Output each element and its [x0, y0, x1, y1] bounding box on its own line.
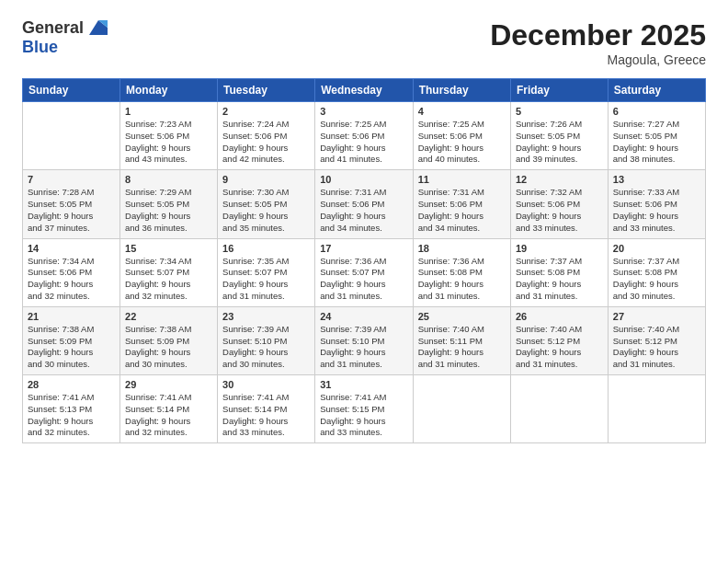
day-number: 6: [613, 106, 700, 117]
table-row: 18Sunrise: 7:36 AM Sunset: 5:08 PM Dayli…: [413, 238, 510, 306]
day-info: Sunrise: 7:25 AM Sunset: 5:06 PM Dayligh…: [418, 119, 506, 166]
day-info: Sunrise: 7:41 AM Sunset: 5:14 PM Dayligh…: [125, 392, 212, 439]
day-info: Sunrise: 7:41 AM Sunset: 5:14 PM Dayligh…: [222, 392, 310, 439]
day-number: 22: [125, 311, 212, 322]
table-row: 19Sunrise: 7:37 AM Sunset: 5:08 PM Dayli…: [510, 238, 608, 306]
table-row: 5Sunrise: 7:26 AM Sunset: 5:05 PM Daylig…: [510, 102, 608, 170]
calendar-week-row: 21Sunrise: 7:38 AM Sunset: 5:09 PM Dayli…: [23, 306, 706, 374]
table-row: [510, 375, 608, 443]
table-row: 16Sunrise: 7:35 AM Sunset: 5:07 PM Dayli…: [218, 238, 315, 306]
day-number: 19: [516, 243, 603, 254]
day-info: Sunrise: 7:24 AM Sunset: 5:06 PM Dayligh…: [222, 119, 310, 166]
day-info: Sunrise: 7:41 AM Sunset: 5:13 PM Dayligh…: [28, 392, 115, 439]
table-row: 2Sunrise: 7:24 AM Sunset: 5:06 PM Daylig…: [218, 102, 315, 170]
table-row: 26Sunrise: 7:40 AM Sunset: 5:12 PM Dayli…: [510, 306, 608, 374]
day-info: Sunrise: 7:37 AM Sunset: 5:08 PM Dayligh…: [613, 256, 700, 303]
day-number: 28: [28, 379, 115, 390]
location: Magoula, Greece: [490, 52, 706, 67]
table-row: 11Sunrise: 7:31 AM Sunset: 5:06 PM Dayli…: [413, 170, 510, 238]
day-number: 18: [418, 243, 506, 254]
table-row: 20Sunrise: 7:37 AM Sunset: 5:08 PM Dayli…: [608, 238, 705, 306]
day-info: Sunrise: 7:34 AM Sunset: 5:07 PM Dayligh…: [125, 256, 212, 303]
table-row: 24Sunrise: 7:39 AM Sunset: 5:10 PM Dayli…: [315, 306, 413, 374]
day-info: Sunrise: 7:35 AM Sunset: 5:07 PM Dayligh…: [222, 256, 310, 303]
day-number: 15: [125, 243, 212, 254]
table-row: 3Sunrise: 7:25 AM Sunset: 5:06 PM Daylig…: [315, 102, 413, 170]
table-row: 1Sunrise: 7:23 AM Sunset: 5:06 PM Daylig…: [120, 102, 218, 170]
day-info: Sunrise: 7:40 AM Sunset: 5:12 PM Dayligh…: [516, 324, 603, 371]
table-row: 25Sunrise: 7:40 AM Sunset: 5:11 PM Dayli…: [413, 306, 510, 374]
day-info: Sunrise: 7:40 AM Sunset: 5:12 PM Dayligh…: [613, 324, 700, 371]
day-number: 2: [222, 106, 310, 117]
day-info: Sunrise: 7:37 AM Sunset: 5:08 PM Dayligh…: [516, 256, 603, 303]
calendar-week-row: 14Sunrise: 7:34 AM Sunset: 5:06 PM Dayli…: [23, 238, 706, 306]
day-info: Sunrise: 7:34 AM Sunset: 5:06 PM Dayligh…: [28, 256, 115, 303]
day-number: 14: [28, 243, 115, 254]
table-row: 4Sunrise: 7:25 AM Sunset: 5:06 PM Daylig…: [413, 102, 510, 170]
day-number: 29: [125, 379, 212, 390]
day-number: 27: [613, 311, 700, 322]
table-row: 12Sunrise: 7:32 AM Sunset: 5:06 PM Dayli…: [510, 170, 608, 238]
col-thursday: Thursday: [413, 79, 510, 102]
table-row: 7Sunrise: 7:28 AM Sunset: 5:05 PM Daylig…: [23, 170, 120, 238]
day-number: 10: [320, 174, 407, 185]
day-number: 11: [418, 174, 506, 185]
day-number: 7: [28, 174, 115, 185]
table-row: [413, 375, 510, 443]
logo-icon: [85, 17, 108, 39]
table-row: 21Sunrise: 7:38 AM Sunset: 5:09 PM Dayli…: [23, 306, 120, 374]
day-info: Sunrise: 7:40 AM Sunset: 5:11 PM Dayligh…: [418, 324, 506, 371]
table-row: 23Sunrise: 7:39 AM Sunset: 5:10 PM Dayli…: [218, 306, 315, 374]
day-info: Sunrise: 7:36 AM Sunset: 5:07 PM Dayligh…: [320, 256, 407, 303]
col-sunday: Sunday: [23, 79, 120, 102]
day-number: 9: [222, 174, 310, 185]
day-number: 3: [320, 106, 407, 117]
day-info: Sunrise: 7:27 AM Sunset: 5:05 PM Dayligh…: [613, 119, 700, 166]
day-info: Sunrise: 7:31 AM Sunset: 5:06 PM Dayligh…: [418, 187, 506, 234]
table-row: 31Sunrise: 7:41 AM Sunset: 5:15 PM Dayli…: [315, 375, 413, 443]
day-info: Sunrise: 7:29 AM Sunset: 5:05 PM Dayligh…: [125, 187, 212, 234]
day-number: 30: [222, 379, 310, 390]
day-number: 5: [516, 106, 603, 117]
day-number: 1: [125, 106, 212, 117]
day-number: 8: [125, 174, 212, 185]
table-row: 8Sunrise: 7:29 AM Sunset: 5:05 PM Daylig…: [120, 170, 218, 238]
day-number: 26: [516, 311, 603, 322]
table-row: 22Sunrise: 7:38 AM Sunset: 5:09 PM Dayli…: [120, 306, 218, 374]
calendar-week-row: 28Sunrise: 7:41 AM Sunset: 5:13 PM Dayli…: [23, 375, 706, 443]
day-info: Sunrise: 7:33 AM Sunset: 5:06 PM Dayligh…: [613, 187, 700, 234]
table-row: 27Sunrise: 7:40 AM Sunset: 5:12 PM Dayli…: [608, 306, 705, 374]
day-info: Sunrise: 7:31 AM Sunset: 5:06 PM Dayligh…: [320, 187, 407, 234]
day-info: Sunrise: 7:32 AM Sunset: 5:06 PM Dayligh…: [516, 187, 603, 234]
day-number: 25: [418, 311, 506, 322]
calendar: Sunday Monday Tuesday Wednesday Thursday…: [22, 78, 706, 443]
calendar-week-row: 7Sunrise: 7:28 AM Sunset: 5:05 PM Daylig…: [23, 170, 706, 238]
day-info: Sunrise: 7:38 AM Sunset: 5:09 PM Dayligh…: [28, 324, 115, 371]
day-info: Sunrise: 7:30 AM Sunset: 5:05 PM Dayligh…: [222, 187, 310, 234]
day-number: 4: [418, 106, 506, 117]
day-info: Sunrise: 7:36 AM Sunset: 5:08 PM Dayligh…: [418, 256, 506, 303]
logo: General Blue: [22, 18, 108, 57]
day-info: Sunrise: 7:28 AM Sunset: 5:05 PM Dayligh…: [28, 187, 115, 234]
month-year: December 2025: [490, 18, 706, 52]
day-info: Sunrise: 7:38 AM Sunset: 5:09 PM Dayligh…: [125, 324, 212, 371]
logo-blue-text: Blue: [22, 38, 58, 56]
day-number: 17: [320, 243, 407, 254]
calendar-week-row: 1Sunrise: 7:23 AM Sunset: 5:06 PM Daylig…: [23, 102, 706, 170]
day-number: 16: [222, 243, 310, 254]
day-number: 21: [28, 311, 115, 322]
day-number: 12: [516, 174, 603, 185]
day-info: Sunrise: 7:39 AM Sunset: 5:10 PM Dayligh…: [222, 324, 310, 371]
day-info: Sunrise: 7:23 AM Sunset: 5:06 PM Dayligh…: [125, 119, 212, 166]
day-info: Sunrise: 7:25 AM Sunset: 5:06 PM Dayligh…: [320, 119, 407, 166]
table-row: 15Sunrise: 7:34 AM Sunset: 5:07 PM Dayli…: [120, 238, 218, 306]
table-row: 14Sunrise: 7:34 AM Sunset: 5:06 PM Dayli…: [23, 238, 120, 306]
header: General Blue December 2025 Magoula, Gree…: [22, 18, 706, 67]
table-row: 10Sunrise: 7:31 AM Sunset: 5:06 PM Dayli…: [315, 170, 413, 238]
table-row: [23, 102, 120, 170]
calendar-header-row: Sunday Monday Tuesday Wednesday Thursday…: [23, 79, 706, 102]
day-number: 20: [613, 243, 700, 254]
col-wednesday: Wednesday: [315, 79, 413, 102]
table-row: [608, 375, 705, 443]
day-info: Sunrise: 7:41 AM Sunset: 5:15 PM Dayligh…: [320, 392, 407, 439]
